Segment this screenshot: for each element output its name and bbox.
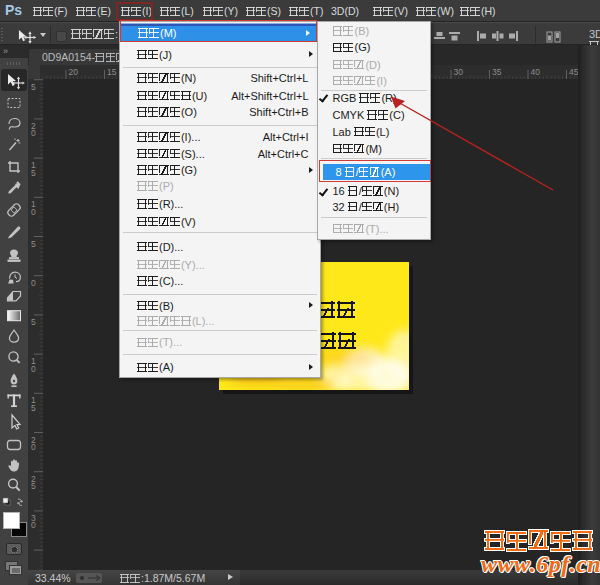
svg-text:0: 0 bbox=[31, 364, 36, 374]
svg-text:0: 0 bbox=[31, 442, 36, 452]
svg-text:35: 35 bbox=[492, 67, 502, 77]
svg-text:5: 5 bbox=[31, 403, 36, 413]
svg-text:5: 5 bbox=[31, 168, 36, 178]
svg-text:5: 5 bbox=[31, 317, 36, 327]
svg-text:30: 30 bbox=[454, 67, 464, 77]
svg-text:5: 5 bbox=[31, 239, 36, 249]
svg-text:0: 0 bbox=[31, 207, 36, 217]
svg-text:40: 40 bbox=[531, 67, 541, 77]
svg-text:0: 0 bbox=[31, 278, 36, 288]
svg-text:20: 20 bbox=[69, 67, 79, 77]
svg-text:0: 0 bbox=[31, 520, 36, 530]
svg-text:15: 15 bbox=[107, 67, 117, 77]
svg-text:0: 0 bbox=[31, 128, 36, 138]
svg-text:45: 45 bbox=[569, 67, 578, 77]
svg-text:5: 5 bbox=[31, 82, 36, 92]
svg-text:5: 5 bbox=[31, 481, 36, 491]
